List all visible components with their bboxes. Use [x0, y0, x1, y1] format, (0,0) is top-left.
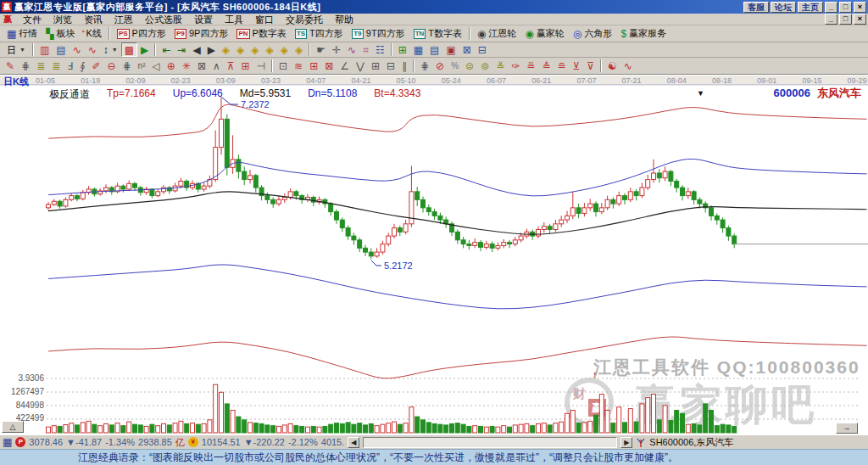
first-page-button[interactable]: ⇤	[159, 42, 174, 57]
9t-square-button[interactable]: T99T四方形	[348, 26, 409, 41]
angle-line-icon[interactable]: ∠	[337, 59, 353, 73]
stack-icon[interactable]: ⊻	[570, 59, 584, 73]
gann-wheel-button[interactable]: ◉江恩轮	[473, 26, 520, 41]
wave-small2-icon[interactable]: ∿	[85, 42, 100, 57]
span-icon[interactable]: ⊣	[253, 59, 269, 73]
price-marks-icon[interactable]: ⊞	[238, 59, 253, 73]
winner-wheel-button[interactable]: ◉赢家轮	[521, 26, 569, 41]
hand-tool-button[interactable]: ☛	[313, 42, 329, 57]
flag-button[interactable]: ▶	[137, 42, 152, 57]
target-circle-icon[interactable]: ⊕	[164, 59, 179, 73]
sync-button[interactable]: ⊠	[459, 42, 475, 57]
child-minimize-button[interactable]: _	[825, 14, 837, 25]
window-minimize-button[interactable]: _	[825, 2, 837, 13]
winner-service-button[interactable]: $赢家服务	[617, 26, 671, 41]
menu-浏览[interactable]: 浏览	[47, 14, 78, 25]
menu-资讯[interactable]: 资讯	[78, 14, 108, 25]
menu-江恩[interactable]: 江恩	[108, 14, 139, 25]
quotes-button[interactable]: ▦行情	[3, 26, 42, 41]
child-close-button[interactable]: ×	[854, 14, 866, 25]
menu-公式选股[interactable]: 公式选股	[139, 14, 188, 25]
parallel-icon[interactable]: ∥	[398, 59, 410, 73]
grid-tool-button[interactable]: ⌗	[359, 42, 372, 57]
calendar-button[interactable]: ⊞	[395, 42, 410, 57]
scrollbar-track[interactable]	[363, 437, 617, 448]
zigzag-icon[interactable]: ⋁	[353, 59, 368, 73]
tab-daily-kline[interactable]: 日K线	[3, 76, 29, 88]
sectors-button[interactable]: ▚板块	[42, 26, 79, 41]
fib-lines2-icon[interactable]: ≣	[48, 59, 64, 73]
percent-circle-icon[interactable]: ⊘	[432, 59, 448, 73]
gann-fan-icon[interactable]: ≋	[291, 59, 306, 73]
save-button[interactable]: ▣	[442, 42, 459, 57]
child-restore-button[interactable]: □	[839, 14, 852, 25]
calculator-button[interactable]: ▦	[410, 42, 426, 57]
zoom-right-button[interactable]: ◈	[233, 42, 248, 57]
menu-窗口[interactable]: 窗口	[249, 14, 280, 25]
title-button-forum[interactable]: 论坛	[771, 2, 796, 13]
marker-pen-icon[interactable]: ✐	[88, 59, 103, 73]
gann-box-icon[interactable]: ⊞	[306, 59, 321, 73]
grid-box-icon[interactable]: ⊞	[368, 59, 383, 73]
kline-style-button[interactable]: ▥	[36, 42, 53, 57]
t-square-button[interactable]: TST四方形	[291, 26, 348, 41]
kline-button[interactable]: ꜙK线	[80, 26, 106, 41]
scrollbar-left-button[interactable]: ◀	[348, 437, 359, 448]
level-down-icon[interactable]: ≘	[554, 59, 569, 73]
stack2-icon[interactable]: ⊽	[583, 59, 598, 73]
compress-button[interactable]: ◈	[292, 42, 306, 57]
hatch-icon[interactable]: ⋕	[18, 59, 33, 73]
level-up-icon[interactable]: ≞	[523, 59, 538, 73]
menu-工具[interactable]: 工具	[219, 14, 249, 25]
gann-five-icon[interactable]: ∮	[76, 59, 88, 73]
level-mid-icon[interactable]: ≙	[538, 59, 554, 73]
menu-设置[interactable]: 设置	[188, 14, 219, 25]
window-restore-button[interactable]: □	[839, 2, 852, 13]
ruler-icon[interactable]: ⋕	[120, 59, 135, 73]
gold-coin-icon[interactable]: ⊚	[477, 59, 492, 73]
cursor-icon[interactable]: ◁	[149, 59, 164, 73]
9p-square-button[interactable]: P99P四方形	[170, 26, 232, 41]
scrollbar-right-button[interactable]: ▶	[620, 437, 632, 448]
next-button[interactable]: ▶	[204, 42, 219, 57]
golden-line-icon[interactable]: ⊜	[462, 59, 477, 73]
cross-tool-button[interactable]: ✛	[329, 42, 344, 57]
volume-expand-button[interactable]: △	[2, 421, 24, 433]
time-marks-icon[interactable]: ⊼	[224, 59, 238, 73]
p-square-button[interactable]: PSP四方形	[113, 26, 170, 41]
menu-帮助[interactable]: 帮助	[329, 14, 359, 25]
wave-small-icon[interactable]: ∿	[70, 42, 85, 57]
title-button-service[interactable]: 客服	[743, 2, 769, 13]
period-day-dropdown[interactable]: 日 ▼	[3, 42, 30, 57]
expand-button[interactable]: ◈	[277, 42, 292, 57]
scroll-right-button[interactable]: →	[836, 423, 858, 434]
coordinate-button[interactable]: ▩	[121, 42, 137, 57]
price-mark-icon[interactable]: Ⅎ	[64, 59, 76, 73]
zoom-in-button[interactable]: ◈	[248, 42, 262, 57]
prev-button[interactable]: ◀	[189, 42, 203, 57]
menu-交易委托[interactable]: 交易委托	[280, 14, 329, 25]
menu-文件[interactable]: 文件	[17, 14, 47, 25]
zoom-left-button[interactable]: ◈	[219, 42, 233, 57]
info-pane-button[interactable]: ▤	[53, 42, 69, 57]
kline-chart-area[interactable]: 日K线 01-0501-1902-0902-2303-0903-2304-070…	[0, 75, 868, 434]
peak-icon[interactable]: ∧	[209, 59, 224, 73]
box-x-icon[interactable]: ⊠	[194, 59, 209, 73]
wave-tool-icon[interactable]: ∿	[620, 59, 636, 73]
matrix-tool-button[interactable]: ☷	[372, 42, 388, 57]
candle-updown-dropdown[interactable]: ↕▼	[100, 42, 121, 57]
notes-button[interactable]: ▤	[426, 42, 442, 57]
zoom-out-button[interactable]: ◈	[263, 42, 277, 57]
select-box-icon[interactable]: ⊡	[275, 59, 291, 73]
curve-tool-button[interactable]: ∿	[344, 42, 359, 57]
piano-icon[interactable]: ⋕	[417, 59, 432, 73]
kline-chart-svg[interactable]: 7.23725.2172▼↕	[0, 76, 868, 434]
t-table-button[interactable]: TNT数字表	[409, 26, 466, 41]
n-square-icon[interactable]: n²	[135, 59, 149, 73]
pen-icon[interactable]: ✎	[3, 59, 18, 73]
cycle-circle-icon[interactable]: ⊖	[103, 59, 119, 73]
gold-bar-icon[interactable]: ≚	[492, 59, 508, 73]
hexagon-button[interactable]: ◎六角形	[569, 26, 616, 41]
window-close-button[interactable]: ×	[854, 2, 866, 13]
last-page-button[interactable]: ⇥	[174, 42, 189, 57]
